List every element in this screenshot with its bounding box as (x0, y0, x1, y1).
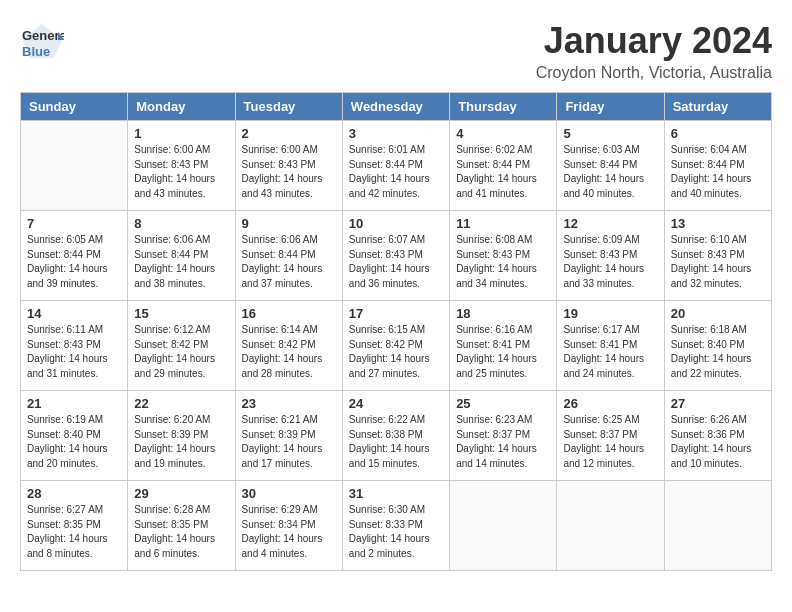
calendar-cell: 29Sunrise: 6:28 AMSunset: 8:35 PMDayligh… (128, 481, 235, 571)
day-info: Sunrise: 6:01 AMSunset: 8:44 PMDaylight:… (349, 143, 443, 201)
calendar-cell (557, 481, 664, 571)
day-info: Sunrise: 6:12 AMSunset: 8:42 PMDaylight:… (134, 323, 228, 381)
calendar-cell: 3Sunrise: 6:01 AMSunset: 8:44 PMDaylight… (342, 121, 449, 211)
day-number: 1 (134, 126, 228, 141)
calendar-cell: 20Sunrise: 6:18 AMSunset: 8:40 PMDayligh… (664, 301, 771, 391)
day-number: 13 (671, 216, 765, 231)
calendar-cell: 19Sunrise: 6:17 AMSunset: 8:41 PMDayligh… (557, 301, 664, 391)
day-header-sunday: Sunday (21, 93, 128, 121)
day-number: 19 (563, 306, 657, 321)
week-row-5: 28Sunrise: 6:27 AMSunset: 8:35 PMDayligh… (21, 481, 772, 571)
day-number: 17 (349, 306, 443, 321)
day-number: 11 (456, 216, 550, 231)
day-header-thursday: Thursday (450, 93, 557, 121)
day-header-tuesday: Tuesday (235, 93, 342, 121)
calendar-cell: 21Sunrise: 6:19 AMSunset: 8:40 PMDayligh… (21, 391, 128, 481)
calendar-cell: 16Sunrise: 6:14 AMSunset: 8:42 PMDayligh… (235, 301, 342, 391)
calendar-cell: 13Sunrise: 6:10 AMSunset: 8:43 PMDayligh… (664, 211, 771, 301)
day-number: 18 (456, 306, 550, 321)
day-info: Sunrise: 6:15 AMSunset: 8:42 PMDaylight:… (349, 323, 443, 381)
day-number: 28 (27, 486, 121, 501)
day-info: Sunrise: 6:10 AMSunset: 8:43 PMDaylight:… (671, 233, 765, 291)
calendar-cell: 12Sunrise: 6:09 AMSunset: 8:43 PMDayligh… (557, 211, 664, 301)
day-info: Sunrise: 6:25 AMSunset: 8:37 PMDaylight:… (563, 413, 657, 471)
calendar-header-row: SundayMondayTuesdayWednesdayThursdayFrid… (21, 93, 772, 121)
day-number: 6 (671, 126, 765, 141)
day-header-friday: Friday (557, 93, 664, 121)
title-block: January 2024 Croydon North, Victoria, Au… (536, 20, 772, 82)
calendar-cell: 14Sunrise: 6:11 AMSunset: 8:43 PMDayligh… (21, 301, 128, 391)
calendar-cell: 1Sunrise: 6:00 AMSunset: 8:43 PMDaylight… (128, 121, 235, 211)
day-number: 20 (671, 306, 765, 321)
calendar-cell: 18Sunrise: 6:16 AMSunset: 8:41 PMDayligh… (450, 301, 557, 391)
week-row-3: 14Sunrise: 6:11 AMSunset: 8:43 PMDayligh… (21, 301, 772, 391)
day-number: 4 (456, 126, 550, 141)
day-header-wednesday: Wednesday (342, 93, 449, 121)
day-number: 5 (563, 126, 657, 141)
day-number: 16 (242, 306, 336, 321)
calendar-cell: 24Sunrise: 6:22 AMSunset: 8:38 PMDayligh… (342, 391, 449, 481)
day-info: Sunrise: 6:28 AMSunset: 8:35 PMDaylight:… (134, 503, 228, 561)
day-info: Sunrise: 6:00 AMSunset: 8:43 PMDaylight:… (242, 143, 336, 201)
day-number: 10 (349, 216, 443, 231)
calendar-cell: 28Sunrise: 6:27 AMSunset: 8:35 PMDayligh… (21, 481, 128, 571)
day-info: Sunrise: 6:14 AMSunset: 8:42 PMDaylight:… (242, 323, 336, 381)
day-info: Sunrise: 6:26 AMSunset: 8:36 PMDaylight:… (671, 413, 765, 471)
logo-icon: General Blue (20, 20, 64, 64)
day-info: Sunrise: 6:00 AMSunset: 8:43 PMDaylight:… (134, 143, 228, 201)
month-year: January 2024 (536, 20, 772, 62)
day-header-saturday: Saturday (664, 93, 771, 121)
calendar-cell: 6Sunrise: 6:04 AMSunset: 8:44 PMDaylight… (664, 121, 771, 211)
day-number: 14 (27, 306, 121, 321)
day-number: 29 (134, 486, 228, 501)
week-row-4: 21Sunrise: 6:19 AMSunset: 8:40 PMDayligh… (21, 391, 772, 481)
calendar-table: SundayMondayTuesdayWednesdayThursdayFrid… (20, 92, 772, 571)
day-info: Sunrise: 6:27 AMSunset: 8:35 PMDaylight:… (27, 503, 121, 561)
day-number: 7 (27, 216, 121, 231)
week-row-1: 1Sunrise: 6:00 AMSunset: 8:43 PMDaylight… (21, 121, 772, 211)
day-number: 12 (563, 216, 657, 231)
calendar-cell: 17Sunrise: 6:15 AMSunset: 8:42 PMDayligh… (342, 301, 449, 391)
calendar-cell (450, 481, 557, 571)
day-number: 2 (242, 126, 336, 141)
day-number: 8 (134, 216, 228, 231)
day-info: Sunrise: 6:06 AMSunset: 8:44 PMDaylight:… (242, 233, 336, 291)
calendar-cell: 31Sunrise: 6:30 AMSunset: 8:33 PMDayligh… (342, 481, 449, 571)
page-header: General Blue January 2024 Croydon North,… (20, 20, 772, 82)
calendar-cell: 9Sunrise: 6:06 AMSunset: 8:44 PMDaylight… (235, 211, 342, 301)
day-info: Sunrise: 6:18 AMSunset: 8:40 PMDaylight:… (671, 323, 765, 381)
calendar-cell: 11Sunrise: 6:08 AMSunset: 8:43 PMDayligh… (450, 211, 557, 301)
calendar-cell: 27Sunrise: 6:26 AMSunset: 8:36 PMDayligh… (664, 391, 771, 481)
location: Croydon North, Victoria, Australia (536, 64, 772, 82)
calendar-cell: 15Sunrise: 6:12 AMSunset: 8:42 PMDayligh… (128, 301, 235, 391)
day-header-monday: Monday (128, 93, 235, 121)
logo: General Blue (20, 20, 64, 64)
day-info: Sunrise: 6:23 AMSunset: 8:37 PMDaylight:… (456, 413, 550, 471)
calendar-cell: 25Sunrise: 6:23 AMSunset: 8:37 PMDayligh… (450, 391, 557, 481)
day-number: 31 (349, 486, 443, 501)
calendar-cell: 7Sunrise: 6:05 AMSunset: 8:44 PMDaylight… (21, 211, 128, 301)
day-number: 26 (563, 396, 657, 411)
calendar-cell: 10Sunrise: 6:07 AMSunset: 8:43 PMDayligh… (342, 211, 449, 301)
day-number: 9 (242, 216, 336, 231)
day-info: Sunrise: 6:03 AMSunset: 8:44 PMDaylight:… (563, 143, 657, 201)
day-number: 27 (671, 396, 765, 411)
calendar-cell: 26Sunrise: 6:25 AMSunset: 8:37 PMDayligh… (557, 391, 664, 481)
day-info: Sunrise: 6:04 AMSunset: 8:44 PMDaylight:… (671, 143, 765, 201)
calendar-cell: 23Sunrise: 6:21 AMSunset: 8:39 PMDayligh… (235, 391, 342, 481)
day-info: Sunrise: 6:09 AMSunset: 8:43 PMDaylight:… (563, 233, 657, 291)
day-info: Sunrise: 6:06 AMSunset: 8:44 PMDaylight:… (134, 233, 228, 291)
calendar-cell: 2Sunrise: 6:00 AMSunset: 8:43 PMDaylight… (235, 121, 342, 211)
calendar-cell (664, 481, 771, 571)
calendar-cell: 30Sunrise: 6:29 AMSunset: 8:34 PMDayligh… (235, 481, 342, 571)
day-number: 25 (456, 396, 550, 411)
day-number: 15 (134, 306, 228, 321)
day-info: Sunrise: 6:05 AMSunset: 8:44 PMDaylight:… (27, 233, 121, 291)
day-number: 3 (349, 126, 443, 141)
day-info: Sunrise: 6:29 AMSunset: 8:34 PMDaylight:… (242, 503, 336, 561)
day-info: Sunrise: 6:22 AMSunset: 8:38 PMDaylight:… (349, 413, 443, 471)
calendar-cell: 4Sunrise: 6:02 AMSunset: 8:44 PMDaylight… (450, 121, 557, 211)
day-info: Sunrise: 6:02 AMSunset: 8:44 PMDaylight:… (456, 143, 550, 201)
calendar-cell: 22Sunrise: 6:20 AMSunset: 8:39 PMDayligh… (128, 391, 235, 481)
day-info: Sunrise: 6:21 AMSunset: 8:39 PMDaylight:… (242, 413, 336, 471)
